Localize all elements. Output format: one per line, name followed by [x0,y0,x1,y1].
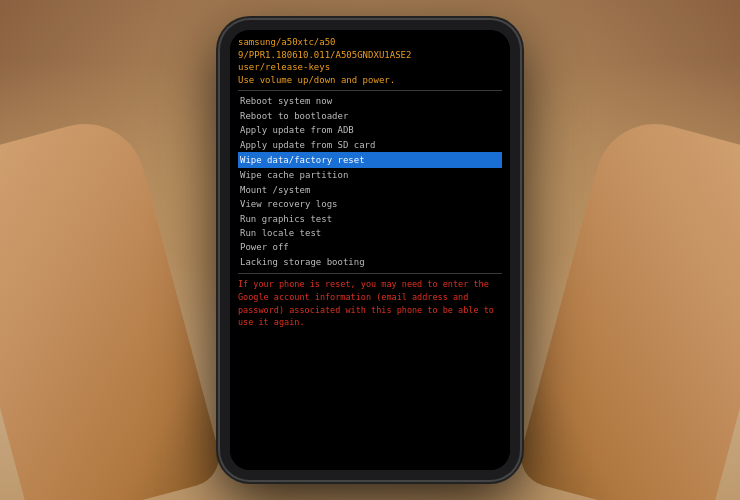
menu-item-0[interactable]: Reboot system now [238,94,502,108]
divider-bottom [238,273,502,274]
screen-content: samsung/a50xtc/a50 9/PPR1.180610.011/A50… [230,30,510,470]
menu-item-4[interactable]: Wipe data/factory reset [238,152,502,168]
menu-item-7[interactable]: View recovery logs [238,197,502,211]
menu-item-10[interactable]: Power off [238,240,502,254]
phone: samsung/a50xtc/a50 9/PPR1.180610.011/A50… [220,20,520,480]
menu-item-1[interactable]: Reboot to bootloader [238,109,502,123]
menu-item-11[interactable]: Lacking storage booting [238,255,502,269]
header-line-3: user/release-keys [238,61,502,74]
warning-text: If your phone is reset, you may need to … [238,278,502,329]
header-line-2: 9/PPR1.180610.011/A505GNDXU1ASE2 [238,49,502,62]
menu-item-6[interactable]: Mount /system [238,183,502,197]
menu-item-9[interactable]: Run locale test [238,226,502,240]
divider-top [238,90,502,91]
menu-item-5[interactable]: Wipe cache partition [238,168,502,182]
phone-screen: samsung/a50xtc/a50 9/PPR1.180610.011/A50… [230,30,510,470]
menu-item-3[interactable]: Apply update from SD card [238,138,502,152]
recovery-menu: Reboot system nowReboot to bootloaderApp… [238,94,502,269]
header-info: samsung/a50xtc/a50 9/PPR1.180610.011/A50… [238,36,502,86]
header-line-4: Use volume up/down and power. [238,74,502,87]
menu-item-2[interactable]: Apply update from ADB [238,123,502,137]
header-line-1: samsung/a50xtc/a50 [238,36,502,49]
menu-item-8[interactable]: Run graphics test [238,212,502,226]
outer-frame: samsung/a50xtc/a50 9/PPR1.180610.011/A50… [0,0,740,500]
